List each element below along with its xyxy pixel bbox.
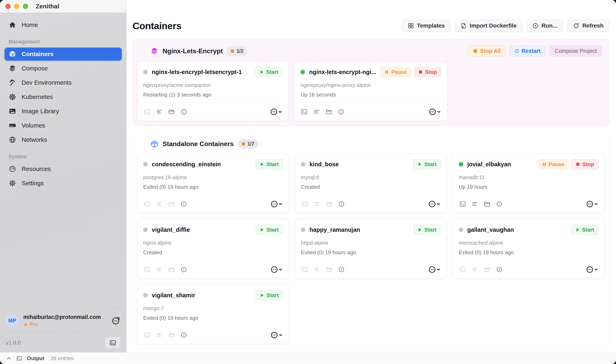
ellipsis-arrow-icon[interactable] xyxy=(111,316,121,325)
restart-button[interactable]: Restart xyxy=(509,46,545,56)
start-button[interactable]: Start xyxy=(571,225,598,235)
run-button[interactable]: Run... xyxy=(527,20,563,32)
card-header: condescending_einstein Start xyxy=(143,159,283,169)
info-icon[interactable] xyxy=(180,266,187,273)
sidebar-item-resources[interactable]: Resources xyxy=(4,162,122,175)
logs-icon[interactable] xyxy=(471,201,478,208)
more-icon[interactable] xyxy=(270,107,282,116)
info-icon[interactable] xyxy=(338,201,345,208)
sidebar-item-dev-environments[interactable]: Dev Environments xyxy=(4,76,122,89)
start-button[interactable]: Start xyxy=(256,159,283,169)
import-dockerfile-button[interactable]: Import Dockerfile xyxy=(455,20,522,32)
card-footer xyxy=(301,195,441,210)
group-status-badge: 1/7 xyxy=(238,139,258,149)
start-button[interactable]: Start xyxy=(255,67,282,77)
container-name: nginx-lets-encrypt-letsencrypt-1 xyxy=(152,69,242,76)
minimize-window-button[interactable] xyxy=(14,4,19,9)
start-button[interactable]: Start xyxy=(413,159,441,169)
page-title: Containers xyxy=(133,20,181,31)
more-icon[interactable] xyxy=(270,331,282,339)
sidebar-item-containers[interactable]: Containers xyxy=(4,48,122,61)
info-icon[interactable] xyxy=(338,108,345,115)
group-nginx-lets-encrypt: Nginx-Lets-Encrypt 1/2 Stop All Restart … xyxy=(133,39,609,126)
cube-icon xyxy=(150,140,158,148)
window-titlebar: Zenithal xyxy=(0,0,126,13)
more-icon[interactable] xyxy=(428,265,440,274)
start-button[interactable]: Start xyxy=(413,225,441,235)
folder-icon[interactable] xyxy=(168,108,175,115)
info-icon[interactable] xyxy=(496,201,503,208)
group-title: Standalone Containers xyxy=(163,140,234,148)
zoom-window-button[interactable] xyxy=(23,4,28,9)
user-row: MP mihaiburlac@protonmail.com ★ Pro xyxy=(6,314,121,327)
container-name: jovial_elbakyan xyxy=(467,161,511,168)
file-plus-icon xyxy=(460,23,467,29)
folder-icon[interactable] xyxy=(325,108,332,115)
logs-icon[interactable] xyxy=(313,108,320,115)
button-label: Start xyxy=(267,227,279,233)
sidebar-section-label: Management xyxy=(4,39,122,45)
sidebar-section-label: System xyxy=(4,154,122,159)
more-icon[interactable] xyxy=(270,200,282,208)
group-standalone: Standalone Containers 1/7 condescending_… xyxy=(133,132,609,349)
sidebar-item-image-library[interactable]: Image Library xyxy=(4,105,122,118)
container-name: nginx-lets-encrypt-ngi... xyxy=(309,69,376,76)
info-icon[interactable] xyxy=(180,332,187,338)
info-icon[interactable] xyxy=(180,108,187,115)
container-card: happy_ramanujan Start httpd:alpine Exite… xyxy=(295,219,447,278)
more-icon[interactable] xyxy=(585,265,598,274)
more-icon[interactable] xyxy=(270,265,282,274)
group-header: Nginx-Lets-Encrypt 1/2 Stop All Restart … xyxy=(137,43,604,61)
terminal-icon[interactable] xyxy=(459,201,466,208)
pause-button[interactable]: Pause xyxy=(538,159,569,169)
terminal-icon xyxy=(301,201,308,208)
stop-button[interactable]: Stop xyxy=(571,159,598,169)
close-window-button[interactable] xyxy=(5,4,11,9)
sidebar-item-home[interactable]: Home xyxy=(4,18,122,31)
home-icon xyxy=(9,21,16,29)
container-name: vigilant_diffie xyxy=(152,226,190,233)
logs-icon xyxy=(313,201,321,208)
container-card: nginx-lets-encrypt-ngi... Pause Stop ngi… xyxy=(295,61,447,121)
sidebar-item-volumes[interactable]: Volumes xyxy=(4,119,122,132)
folder-icon xyxy=(168,332,175,338)
more-icon[interactable] xyxy=(428,107,441,116)
container-state-dot xyxy=(459,228,463,232)
folder-icon[interactable] xyxy=(484,201,490,208)
logs-icon[interactable] xyxy=(156,108,163,115)
sidebar-item-kubernetes[interactable]: Kubernetes xyxy=(4,91,122,104)
start-button[interactable]: Start xyxy=(256,225,283,235)
templates-button[interactable]: Templates xyxy=(402,20,450,32)
stop-square-icon xyxy=(473,49,478,53)
container-state-dot xyxy=(300,70,305,74)
start-button[interactable]: Start xyxy=(256,290,283,300)
play-icon xyxy=(259,70,264,74)
info-icon[interactable] xyxy=(496,266,503,273)
container-image: httpd:alpine xyxy=(301,240,441,246)
logs-icon xyxy=(156,332,163,338)
terminal-icon[interactable] xyxy=(301,108,308,115)
more-icon[interactable] xyxy=(428,200,440,208)
card-actions: Pause Stop xyxy=(380,67,441,77)
info-icon[interactable] xyxy=(338,266,345,273)
sidebar-item-compose[interactable]: Compose xyxy=(4,62,122,75)
terminal-button[interactable] xyxy=(105,337,121,349)
sidebar-item-networks[interactable]: Networks xyxy=(4,133,122,146)
container-name: gallant_vaughan xyxy=(467,226,514,233)
chevron-down-icon[interactable] xyxy=(139,141,146,147)
refresh-button[interactable]: Refresh xyxy=(567,20,609,32)
container-status: Up 16 seconds xyxy=(300,91,441,98)
app-title: Zenithal xyxy=(36,3,59,10)
status-bar: Output 26 entries xyxy=(0,352,616,364)
info-icon[interactable] xyxy=(180,201,187,208)
button-label: Templates xyxy=(417,23,445,29)
pause-button[interactable]: Pause xyxy=(380,67,411,77)
sidebar-item-settings[interactable]: Settings xyxy=(4,177,122,190)
group-actions: Stop All Restart Compose Project xyxy=(468,46,602,56)
stop-all-button[interactable]: Stop All xyxy=(468,46,506,56)
stop-button[interactable]: Stop xyxy=(414,67,441,77)
terminal-icon xyxy=(16,355,22,361)
more-icon[interactable] xyxy=(585,200,598,208)
chevron-down-icon[interactable] xyxy=(139,48,146,54)
chevron-up-icon[interactable] xyxy=(6,355,12,361)
